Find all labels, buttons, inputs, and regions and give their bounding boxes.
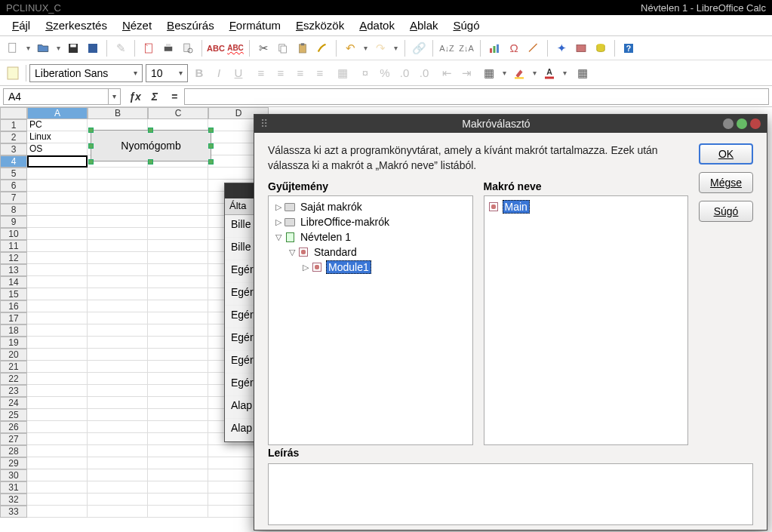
cell[interactable]: [148, 276, 208, 288]
align-center-icon[interactable]: ≡: [272, 65, 289, 81]
cell[interactable]: [27, 457, 88, 469]
row-header[interactable]: 26: [0, 421, 27, 433]
font-size-combo[interactable]: 10 ▾: [146, 64, 188, 82]
cell[interactable]: [88, 168, 148, 180]
cell[interactable]: [148, 300, 208, 312]
row-header[interactable]: 2: [0, 131, 27, 143]
row-header[interactable]: 19: [0, 337, 27, 349]
italic-icon[interactable]: I: [211, 65, 227, 81]
tree-item[interactable]: ▷ Module1: [272, 260, 469, 275]
name-box-dropdown[interactable]: ▾: [109, 88, 121, 105]
cell[interactable]: [148, 216, 208, 228]
cell[interactable]: [148, 288, 208, 300]
row-header[interactable]: 28: [0, 445, 27, 457]
cell[interactable]: [88, 324, 148, 337]
undo-icon[interactable]: ↶: [342, 40, 358, 57]
cell[interactable]: [88, 481, 148, 494]
cell[interactable]: [27, 228, 88, 240]
indent-increase-icon[interactable]: ⇥: [458, 65, 475, 81]
dropdown-icon[interactable]: ▾: [54, 44, 62, 52]
spellcheck-icon[interactable]: ABC: [208, 40, 224, 57]
cell[interactable]: [88, 192, 148, 204]
row-header[interactable]: 31: [0, 481, 27, 494]
row-header[interactable]: 32: [0, 494, 27, 506]
row-header[interactable]: 33: [0, 506, 27, 518]
chart-icon[interactable]: [486, 40, 503, 57]
row-header[interactable]: 11: [0, 240, 27, 252]
cell[interactable]: [148, 204, 208, 216]
minimize-icon[interactable]: [723, 118, 734, 129]
sort-desc-icon[interactable]: Z↓A: [458, 40, 475, 57]
cell[interactable]: [88, 373, 148, 385]
ok-button[interactable]: OK: [699, 143, 753, 165]
row-header[interactable]: 7: [0, 192, 27, 204]
cell[interactable]: [27, 216, 88, 228]
row-header[interactable]: 30: [0, 469, 27, 481]
cell[interactable]: [88, 300, 148, 312]
cell[interactable]: [27, 312, 88, 324]
redo-icon[interactable]: ↷: [372, 40, 389, 57]
cell[interactable]: [88, 433, 148, 445]
collapse-icon[interactable]: ▽: [273, 232, 284, 242]
row-header[interactable]: 12: [0, 252, 27, 264]
function-wizard-icon[interactable]: ƒx: [125, 88, 145, 105]
cell[interactable]: [88, 180, 148, 192]
row-header[interactable]: 27: [0, 433, 27, 445]
sum-icon[interactable]: Σ: [145, 88, 165, 105]
tree-item[interactable]: ▽ Névtelen 1: [272, 229, 469, 244]
cell[interactable]: [27, 373, 88, 385]
dialog-titlebar[interactable]: ⠿ Makróválasztó: [254, 115, 767, 133]
cell[interactable]: [88, 409, 148, 421]
tree-item[interactable]: ▷ LibreOffice-makrók: [272, 214, 469, 229]
name-box[interactable]: A4: [3, 88, 109, 105]
cell[interactable]: [88, 312, 148, 324]
decimal-add-icon[interactable]: .0: [396, 65, 413, 81]
menu-item[interactable]: Beszúrás: [159, 17, 222, 33]
menu-item[interactable]: Szerkesztés: [38, 17, 115, 33]
row-header[interactable]: 3: [0, 143, 27, 155]
cell[interactable]: [88, 252, 148, 264]
cell[interactable]: Linux: [27, 131, 88, 143]
row-header[interactable]: 15: [0, 288, 27, 300]
row-header[interactable]: 14: [0, 276, 27, 288]
dropdown-icon[interactable]: ▾: [500, 69, 508, 77]
cell[interactable]: [148, 228, 208, 240]
cell[interactable]: [148, 421, 208, 433]
cell[interactable]: [148, 264, 208, 276]
cell[interactable]: [148, 312, 208, 324]
cell[interactable]: [27, 240, 88, 252]
cell[interactable]: [27, 276, 88, 288]
form-button[interactable]: Nyomógomb: [91, 130, 211, 161]
library-tree[interactable]: ▷ Saját makrók ▷ LibreOffice-makrók ▽: [268, 195, 473, 445]
cell[interactable]: [88, 276, 148, 288]
cell[interactable]: [148, 324, 208, 337]
menu-item[interactable]: Formátum: [222, 17, 288, 33]
collapse-icon[interactable]: ▽: [287, 248, 297, 257]
fontcolor-icon[interactable]: A: [541, 65, 558, 81]
row-header[interactable]: 10: [0, 228, 27, 240]
row-header[interactable]: 18: [0, 324, 27, 337]
formula-input[interactable]: [184, 88, 769, 105]
menu-item[interactable]: Nézet: [115, 17, 159, 33]
cancel-button[interactable]: Mégse: [699, 172, 753, 193]
cell[interactable]: [27, 481, 88, 494]
column-header[interactable]: A: [27, 107, 88, 119]
cell[interactable]: [27, 397, 88, 409]
row-header[interactable]: 13: [0, 264, 27, 276]
cell[interactable]: [88, 264, 148, 276]
cell[interactable]: [88, 228, 148, 240]
help-button[interactable]: Súgó: [699, 201, 753, 222]
cell[interactable]: [148, 252, 208, 264]
cell[interactable]: [27, 192, 88, 204]
cell[interactable]: [148, 445, 208, 457]
expand-icon[interactable]: ▷: [300, 263, 311, 272]
cell[interactable]: [88, 469, 148, 481]
cell[interactable]: [88, 506, 148, 518]
align-left-icon[interactable]: ≡: [253, 65, 269, 81]
cell[interactable]: PC: [27, 119, 88, 131]
font-name-combo[interactable]: Liberation Sans ▾: [29, 64, 143, 82]
saveas-icon[interactable]: [85, 40, 101, 57]
open-icon[interactable]: [35, 40, 51, 57]
row-header[interactable]: 9: [0, 216, 27, 228]
cell[interactable]: [148, 192, 208, 204]
